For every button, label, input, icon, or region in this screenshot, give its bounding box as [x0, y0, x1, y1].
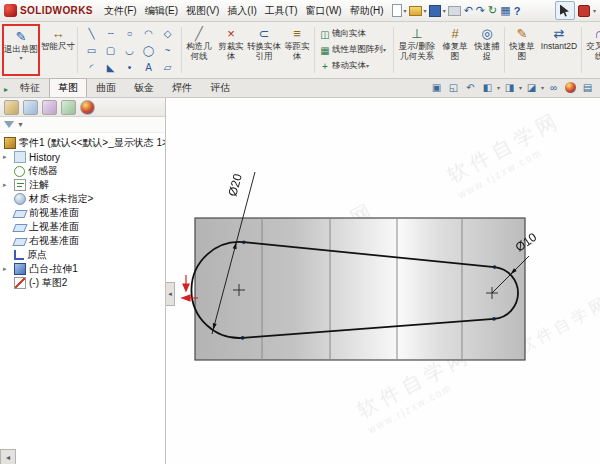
- redo-icon[interactable]: ↷: [475, 3, 486, 18]
- open-icon[interactable]: [408, 3, 423, 18]
- propertymanager-tab-icon[interactable]: [23, 100, 38, 115]
- instant2d-button[interactable]: ⇄ Instant2D: [538, 23, 580, 77]
- menu-edit[interactable]: 编辑(E): [141, 2, 182, 20]
- panel-collapse-handle[interactable]: ◂: [166, 282, 175, 306]
- menu-help[interactable]: 帮助(H): [346, 2, 388, 20]
- menu-tools[interactable]: 工具(T): [261, 2, 302, 20]
- titlebar-caret-icon[interactable]: ▾: [593, 8, 596, 14]
- three-point-arc-tool-icon[interactable]: ◡: [120, 42, 139, 59]
- tree-root-part[interactable]: 零件1 (默认<<默认>_显示状态 1>): [0, 136, 165, 150]
- hide-show-items-icon[interactable]: ∞: [546, 80, 561, 95]
- centerline-tool-icon[interactable]: ╌: [101, 25, 120, 42]
- featuremanager-tab-icon[interactable]: [4, 100, 19, 115]
- tree-item-front-plane[interactable]: 前视基准面: [0, 206, 165, 220]
- new-caret-icon[interactable]: ▾: [404, 8, 407, 14]
- construction-geometry-button[interactable]: ╱ 构造几何线: [183, 23, 215, 77]
- circle-tool-icon[interactable]: ○: [120, 25, 139, 42]
- open-caret-icon[interactable]: ▾: [424, 8, 427, 14]
- repair-sketch-button[interactable]: # 修复草图: [439, 23, 471, 77]
- displaymanager-tab-icon[interactable]: [80, 100, 95, 115]
- zoom-area-icon[interactable]: ◱: [446, 80, 461, 95]
- menu-insert[interactable]: 插入(I): [223, 2, 260, 20]
- tree-item-annotations[interactable]: ▸ 注解: [0, 178, 165, 192]
- sketch-fillet-tool-icon[interactable]: ◜: [82, 59, 101, 76]
- centerpoint-arc-tool-icon[interactable]: ◠: [139, 25, 158, 42]
- menu-window[interactable]: 窗口(W): [302, 2, 346, 20]
- offset-entities-button[interactable]: ≡ 等距实体: [281, 23, 313, 77]
- move-entities-button[interactable]: + 移动实体 ▾: [318, 58, 390, 74]
- tree-item-sketch2[interactable]: (-) 草图2: [0, 276, 165, 290]
- rebuild-icon[interactable]: ↻: [487, 3, 498, 18]
- tree-item-origin[interactable]: 原点: [0, 248, 165, 262]
- undo-icon[interactable]: ↶: [463, 3, 474, 18]
- tab-flyout-icon[interactable]: ▸: [0, 85, 11, 97]
- section-caret-icon[interactable]: ▾: [497, 85, 500, 91]
- tree-item-boss-extrude1[interactable]: ▸ 凸台-拉伸1: [0, 262, 165, 276]
- tab-features[interactable]: 特征: [11, 78, 49, 97]
- configurationmanager-tab-icon[interactable]: [42, 100, 57, 115]
- zoom-fit-icon[interactable]: ▣: [429, 80, 444, 95]
- expand-arrow-icon[interactable]: ▸: [3, 181, 7, 189]
- menu-file[interactable]: 文件(F): [100, 2, 141, 20]
- plane-tool-icon[interactable]: ▱: [158, 59, 177, 76]
- sketch-chamfer-tool-icon[interactable]: ◣: [101, 59, 120, 76]
- menu-view[interactable]: 视图(V): [182, 2, 223, 20]
- tab-weldments[interactable]: 焊件: [163, 78, 201, 97]
- move-entities-caret-icon[interactable]: ▾: [366, 63, 369, 69]
- point-tool-icon[interactable]: •: [120, 59, 139, 76]
- display-style-caret-icon[interactable]: ▾: [541, 85, 544, 91]
- tab-evaluate[interactable]: 评估: [201, 78, 239, 97]
- save-icon[interactable]: [428, 3, 442, 18]
- save-caret-icon[interactable]: ▾: [443, 8, 446, 14]
- slot-tool-icon[interactable]: ▢: [101, 42, 120, 59]
- text-tool-icon[interactable]: A: [139, 59, 158, 76]
- view-orientation-caret-icon[interactable]: ▾: [519, 85, 522, 91]
- display-delete-relations-button[interactable]: ⊥ 显示/删除几何关系: [395, 23, 439, 77]
- exit-sketch-button[interactable]: ✎ 退出草图 ▾: [4, 26, 38, 74]
- tree-item-material[interactable]: 材质 <未指定>: [0, 192, 165, 206]
- mirror-entities-button[interactable]: ◫ 镜向实体: [318, 26, 390, 42]
- line-tool-icon[interactable]: ╲: [82, 25, 101, 42]
- quick-snaps-button[interactable]: ◎ 快速捕捉: [471, 23, 503, 77]
- tree-item-top-plane[interactable]: 上视基准面: [0, 220, 165, 234]
- graphics-area[interactable]: 软件自学网 www.rjzxw.com 软件自学网 www.rjzxw.com …: [167, 98, 600, 464]
- dimxpertmanager-tab-icon[interactable]: [61, 100, 76, 115]
- view-settings-icon[interactable]: ▤: [580, 80, 595, 95]
- tree-item-sensors[interactable]: 传感器: [0, 164, 165, 178]
- print-icon[interactable]: [447, 3, 462, 18]
- flag-red-icon[interactable]: [577, 3, 591, 18]
- previous-view-icon[interactable]: ↶: [463, 80, 478, 95]
- origin-icon: [14, 250, 24, 260]
- tab-surfaces[interactable]: 曲面: [87, 78, 125, 97]
- view-orientation-icon[interactable]: ◨: [502, 80, 517, 95]
- tree-filter-row[interactable]: ▼: [0, 117, 165, 133]
- exit-sketch-caret-icon[interactable]: ▾: [19, 55, 22, 61]
- linear-sketch-pattern-button[interactable]: ▦ 线性草图阵列 ▾: [318, 42, 390, 58]
- expand-arrow-icon[interactable]: ▸: [3, 153, 7, 161]
- polygon-tool-icon[interactable]: ◇: [158, 25, 177, 42]
- options-gear-icon[interactable]: ▦: [499, 3, 511, 18]
- tab-sketch[interactable]: 草图: [49, 78, 87, 97]
- rectangle-tool-icon[interactable]: ▭: [82, 42, 101, 59]
- spline-tool-icon[interactable]: ~: [158, 42, 177, 59]
- select-tool-button[interactable]: [555, 1, 575, 20]
- tab-sheet-metal[interactable]: 钣金: [125, 78, 163, 97]
- display-style-icon[interactable]: ◪: [524, 80, 539, 95]
- part-face[interactable]: [195, 218, 525, 360]
- expand-arrow-icon[interactable]: ▸: [3, 265, 7, 273]
- rapid-sketch-button[interactable]: ✎ 快速草图: [506, 23, 538, 77]
- bottom-corner-collapse-handle[interactable]: ◂: [0, 449, 16, 464]
- help-icon[interactable]: ?: [513, 3, 522, 18]
- tree-item-right-plane[interactable]: 右视基准面: [0, 234, 165, 248]
- tree-item-history[interactable]: ▸ History: [0, 150, 165, 164]
- linear-pattern-caret-icon[interactable]: ▾: [383, 47, 386, 53]
- new-document-icon[interactable]: [391, 3, 403, 18]
- filter-caret-icon[interactable]: ▼: [17, 122, 24, 128]
- section-view-icon[interactable]: ◧: [480, 80, 495, 95]
- intersection-curve-button[interactable]: ∩ 交叉曲线: [583, 23, 600, 77]
- convert-entities-button[interactable]: ⊂ 转换实体引用: [247, 23, 281, 77]
- trim-entities-button[interactable]: × 剪裁实体: [215, 23, 247, 77]
- edit-appearance-icon[interactable]: [563, 80, 578, 95]
- smart-dimension-button[interactable]: ↔ 智能尺寸: [40, 23, 76, 77]
- ellipse-tool-icon[interactable]: ◯: [139, 42, 158, 59]
